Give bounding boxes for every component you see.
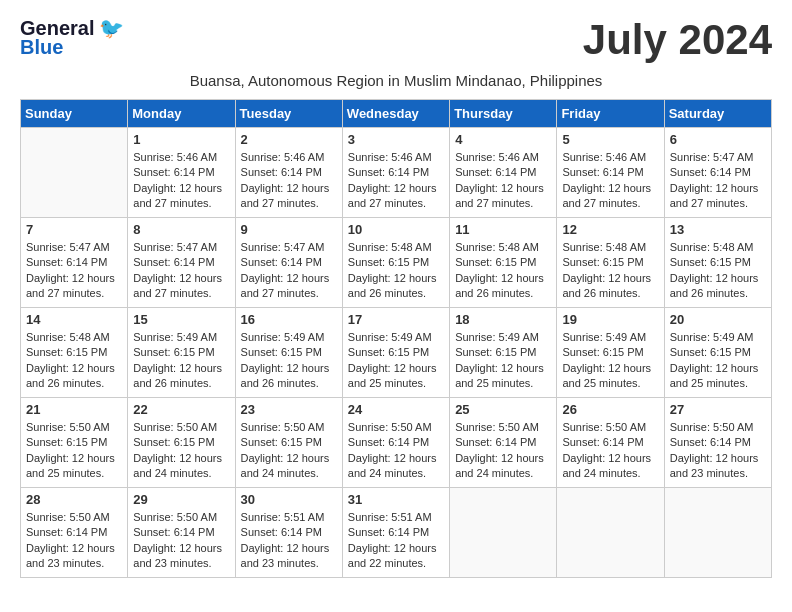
calendar-day-22: 22Sunrise: 5:50 AM Sunset: 6:15 PM Dayli… — [128, 398, 235, 488]
day-number: 17 — [348, 312, 444, 327]
calendar-week-row: 21Sunrise: 5:50 AM Sunset: 6:15 PM Dayli… — [21, 398, 772, 488]
calendar-day-20: 20Sunrise: 5:49 AM Sunset: 6:15 PM Dayli… — [664, 308, 771, 398]
calendar-day-21: 21Sunrise: 5:50 AM Sunset: 6:15 PM Dayli… — [21, 398, 128, 488]
logo-general: General — [20, 17, 94, 39]
calendar-day-1: 1Sunrise: 5:46 AM Sunset: 6:14 PM Daylig… — [128, 128, 235, 218]
day-info: Sunrise: 5:50 AM Sunset: 6:15 PM Dayligh… — [241, 420, 337, 482]
calendar-week-row: 14Sunrise: 5:48 AM Sunset: 6:15 PM Dayli… — [21, 308, 772, 398]
calendar-day-6: 6Sunrise: 5:47 AM Sunset: 6:14 PM Daylig… — [664, 128, 771, 218]
day-number: 21 — [26, 402, 122, 417]
weekday-header-monday: Monday — [128, 100, 235, 128]
day-info: Sunrise: 5:50 AM Sunset: 6:14 PM Dayligh… — [26, 510, 122, 572]
day-number: 28 — [26, 492, 122, 507]
calendar-day-8: 8Sunrise: 5:47 AM Sunset: 6:14 PM Daylig… — [128, 218, 235, 308]
day-number: 29 — [133, 492, 229, 507]
day-info: Sunrise: 5:50 AM Sunset: 6:14 PM Dayligh… — [348, 420, 444, 482]
calendar-day-12: 12Sunrise: 5:48 AM Sunset: 6:15 PM Dayli… — [557, 218, 664, 308]
day-number: 23 — [241, 402, 337, 417]
day-number: 31 — [348, 492, 444, 507]
day-number: 26 — [562, 402, 658, 417]
day-number: 12 — [562, 222, 658, 237]
calendar-day-30: 30Sunrise: 5:51 AM Sunset: 6:14 PM Dayli… — [235, 488, 342, 578]
calendar-day-17: 17Sunrise: 5:49 AM Sunset: 6:15 PM Dayli… — [342, 308, 449, 398]
calendar-day-24: 24Sunrise: 5:50 AM Sunset: 6:14 PM Dayli… — [342, 398, 449, 488]
day-info: Sunrise: 5:48 AM Sunset: 6:15 PM Dayligh… — [348, 240, 444, 302]
calendar-empty-cell — [664, 488, 771, 578]
calendar-day-27: 27Sunrise: 5:50 AM Sunset: 6:14 PM Dayli… — [664, 398, 771, 488]
location-text: Buansa, Autonomous Region in Muslim Mind… — [20, 72, 772, 89]
calendar-day-7: 7Sunrise: 5:47 AM Sunset: 6:14 PM Daylig… — [21, 218, 128, 308]
day-info: Sunrise: 5:49 AM Sunset: 6:15 PM Dayligh… — [133, 330, 229, 392]
day-info: Sunrise: 5:48 AM Sunset: 6:15 PM Dayligh… — [26, 330, 122, 392]
day-number: 3 — [348, 132, 444, 147]
day-number: 30 — [241, 492, 337, 507]
calendar-day-26: 26Sunrise: 5:50 AM Sunset: 6:14 PM Dayli… — [557, 398, 664, 488]
day-info: Sunrise: 5:47 AM Sunset: 6:14 PM Dayligh… — [26, 240, 122, 302]
day-number: 1 — [133, 132, 229, 147]
day-number: 2 — [241, 132, 337, 147]
day-number: 24 — [348, 402, 444, 417]
day-number: 27 — [670, 402, 766, 417]
day-number: 14 — [26, 312, 122, 327]
day-number: 22 — [133, 402, 229, 417]
calendar-day-23: 23Sunrise: 5:50 AM Sunset: 6:15 PM Dayli… — [235, 398, 342, 488]
calendar-day-9: 9Sunrise: 5:47 AM Sunset: 6:14 PM Daylig… — [235, 218, 342, 308]
day-info: Sunrise: 5:50 AM Sunset: 6:14 PM Dayligh… — [562, 420, 658, 482]
calendar-day-29: 29Sunrise: 5:50 AM Sunset: 6:14 PM Dayli… — [128, 488, 235, 578]
calendar-empty-cell — [450, 488, 557, 578]
day-info: Sunrise: 5:51 AM Sunset: 6:14 PM Dayligh… — [241, 510, 337, 572]
day-number: 4 — [455, 132, 551, 147]
page-container: General 🐦 Blue July 2024 Buansa, Autonom… — [0, 0, 792, 594]
day-number: 7 — [26, 222, 122, 237]
calendar-day-28: 28Sunrise: 5:50 AM Sunset: 6:14 PM Dayli… — [21, 488, 128, 578]
calendar-week-row: 28Sunrise: 5:50 AM Sunset: 6:14 PM Dayli… — [21, 488, 772, 578]
day-info: Sunrise: 5:48 AM Sunset: 6:15 PM Dayligh… — [562, 240, 658, 302]
calendar-day-2: 2Sunrise: 5:46 AM Sunset: 6:14 PM Daylig… — [235, 128, 342, 218]
calendar-day-3: 3Sunrise: 5:46 AM Sunset: 6:14 PM Daylig… — [342, 128, 449, 218]
calendar-day-13: 13Sunrise: 5:48 AM Sunset: 6:15 PM Dayli… — [664, 218, 771, 308]
day-info: Sunrise: 5:46 AM Sunset: 6:14 PM Dayligh… — [455, 150, 551, 212]
day-info: Sunrise: 5:49 AM Sunset: 6:15 PM Dayligh… — [241, 330, 337, 392]
day-number: 10 — [348, 222, 444, 237]
calendar-day-5: 5Sunrise: 5:46 AM Sunset: 6:14 PM Daylig… — [557, 128, 664, 218]
day-info: Sunrise: 5:46 AM Sunset: 6:14 PM Dayligh… — [562, 150, 658, 212]
day-number: 15 — [133, 312, 229, 327]
day-number: 16 — [241, 312, 337, 327]
day-info: Sunrise: 5:49 AM Sunset: 6:15 PM Dayligh… — [348, 330, 444, 392]
weekday-header-wednesday: Wednesday — [342, 100, 449, 128]
page-header: General 🐦 Blue July 2024 — [20, 16, 772, 64]
calendar-day-15: 15Sunrise: 5:49 AM Sunset: 6:15 PM Dayli… — [128, 308, 235, 398]
calendar-day-10: 10Sunrise: 5:48 AM Sunset: 6:15 PM Dayli… — [342, 218, 449, 308]
calendar-day-18: 18Sunrise: 5:49 AM Sunset: 6:15 PM Dayli… — [450, 308, 557, 398]
calendar-week-row: 7Sunrise: 5:47 AM Sunset: 6:14 PM Daylig… — [21, 218, 772, 308]
day-number: 25 — [455, 402, 551, 417]
calendar-day-11: 11Sunrise: 5:48 AM Sunset: 6:15 PM Dayli… — [450, 218, 557, 308]
weekday-header-tuesday: Tuesday — [235, 100, 342, 128]
day-info: Sunrise: 5:51 AM Sunset: 6:14 PM Dayligh… — [348, 510, 444, 572]
day-number: 18 — [455, 312, 551, 327]
day-info: Sunrise: 5:50 AM Sunset: 6:14 PM Dayligh… — [133, 510, 229, 572]
day-number: 19 — [562, 312, 658, 327]
day-number: 13 — [670, 222, 766, 237]
calendar-day-16: 16Sunrise: 5:49 AM Sunset: 6:15 PM Dayli… — [235, 308, 342, 398]
day-number: 11 — [455, 222, 551, 237]
day-info: Sunrise: 5:50 AM Sunset: 6:15 PM Dayligh… — [26, 420, 122, 482]
day-info: Sunrise: 5:47 AM Sunset: 6:14 PM Dayligh… — [670, 150, 766, 212]
day-number: 5 — [562, 132, 658, 147]
day-number: 8 — [133, 222, 229, 237]
day-number: 6 — [670, 132, 766, 147]
calendar-day-25: 25Sunrise: 5:50 AM Sunset: 6:14 PM Dayli… — [450, 398, 557, 488]
day-info: Sunrise: 5:50 AM Sunset: 6:14 PM Dayligh… — [670, 420, 766, 482]
calendar-table: SundayMondayTuesdayWednesdayThursdayFrid… — [20, 99, 772, 578]
calendar-day-14: 14Sunrise: 5:48 AM Sunset: 6:15 PM Dayli… — [21, 308, 128, 398]
calendar-day-4: 4Sunrise: 5:46 AM Sunset: 6:14 PM Daylig… — [450, 128, 557, 218]
day-info: Sunrise: 5:49 AM Sunset: 6:15 PM Dayligh… — [455, 330, 551, 392]
day-info: Sunrise: 5:48 AM Sunset: 6:15 PM Dayligh… — [455, 240, 551, 302]
day-info: Sunrise: 5:50 AM Sunset: 6:15 PM Dayligh… — [133, 420, 229, 482]
day-info: Sunrise: 5:47 AM Sunset: 6:14 PM Dayligh… — [241, 240, 337, 302]
day-info: Sunrise: 5:50 AM Sunset: 6:14 PM Dayligh… — [455, 420, 551, 482]
month-title: July 2024 — [583, 16, 772, 64]
calendar-empty-cell — [557, 488, 664, 578]
day-info: Sunrise: 5:47 AM Sunset: 6:14 PM Dayligh… — [133, 240, 229, 302]
day-info: Sunrise: 5:46 AM Sunset: 6:14 PM Dayligh… — [133, 150, 229, 212]
